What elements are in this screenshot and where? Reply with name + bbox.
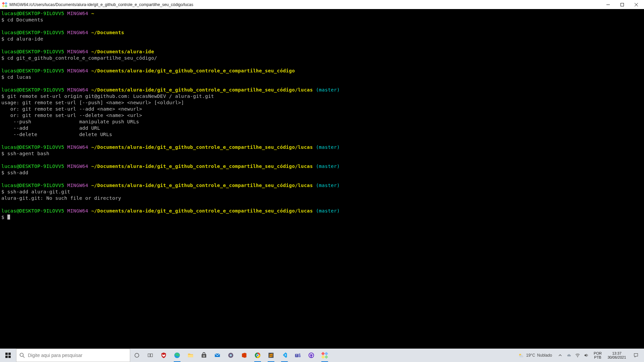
mail-app[interactable] bbox=[211, 349, 224, 362]
blank-line bbox=[1, 138, 643, 144]
svg-point-37 bbox=[577, 357, 578, 357]
svg-rect-1 bbox=[5, 2, 7, 5]
teams-app[interactable]: T bbox=[291, 349, 305, 362]
svg-rect-6 bbox=[8, 353, 11, 355]
svg-rect-26 bbox=[269, 353, 274, 358]
system-tray: 19°C Nublado POR PTB 13:37 30/06/2021 bbox=[515, 349, 644, 362]
gitbash-app[interactable] bbox=[318, 349, 331, 362]
svg-rect-14 bbox=[188, 355, 193, 357]
gitbash-icon bbox=[321, 352, 328, 359]
github-icon bbox=[308, 352, 315, 359]
svg-rect-8 bbox=[8, 356, 11, 358]
svg-rect-34 bbox=[321, 355, 325, 359]
mcafee-app[interactable] bbox=[157, 349, 170, 362]
svg-text:T: T bbox=[296, 354, 298, 357]
tray-volume-icon[interactable] bbox=[582, 349, 590, 362]
weather-temp: 19°C bbox=[526, 353, 535, 358]
search-icon bbox=[16, 353, 28, 358]
cortana-app[interactable] bbox=[130, 349, 144, 362]
tray-onedrive-icon[interactable] bbox=[565, 349, 573, 362]
weather-widget[interactable]: 19°C Nublado bbox=[515, 352, 555, 358]
svg-rect-3 bbox=[5, 4, 7, 7]
close-button[interactable] bbox=[629, 0, 643, 9]
svg-point-9 bbox=[20, 353, 23, 357]
tray-notifications-icon[interactable] bbox=[629, 353, 643, 358]
blank-line bbox=[1, 157, 643, 163]
teams-icon: T bbox=[294, 352, 301, 359]
taskbar-search[interactable]: Digite aqui para pesquisar bbox=[16, 349, 130, 362]
edge-app[interactable] bbox=[170, 349, 184, 362]
svg-point-29 bbox=[299, 353, 301, 355]
lang-bottom: PTB bbox=[591, 355, 604, 359]
output-line: usage: git remote set-url [--push] <name… bbox=[1, 100, 643, 106]
sublime-icon bbox=[268, 352, 274, 359]
svg-rect-2 bbox=[2, 4, 5, 7]
explorer-app[interactable] bbox=[184, 349, 197, 362]
svg-rect-30 bbox=[299, 355, 301, 357]
prompt-line: lucas@DESKTOP-9ILOVV5 MINGW64 ~/Document… bbox=[1, 182, 643, 189]
maximize-button[interactable] bbox=[615, 0, 629, 9]
svg-rect-19 bbox=[204, 356, 205, 357]
taskview-app[interactable] bbox=[144, 349, 157, 362]
store-icon bbox=[201, 352, 207, 359]
lang-top: POR bbox=[591, 351, 604, 355]
svg-point-10 bbox=[135, 353, 139, 357]
output-line: alura-git.git: No such file or directory bbox=[1, 195, 643, 201]
chrome-app[interactable] bbox=[251, 349, 264, 362]
browser-app[interactable] bbox=[224, 349, 237, 362]
svg-rect-17 bbox=[204, 355, 205, 356]
minimize-button[interactable] bbox=[601, 0, 615, 9]
svg-point-31 bbox=[309, 353, 314, 358]
prompt-line: lucas@DESKTOP-9ILOVV5 MINGW64 ~/Document… bbox=[1, 49, 643, 55]
svg-rect-33 bbox=[325, 352, 328, 355]
tray-language[interactable]: POR PTB bbox=[591, 351, 604, 359]
svg-rect-11 bbox=[148, 354, 150, 357]
store-app[interactable] bbox=[197, 349, 211, 362]
tray-clock[interactable]: 13:37 30/06/2021 bbox=[605, 351, 629, 359]
mail-icon bbox=[214, 352, 221, 359]
sublime-app[interactable] bbox=[264, 349, 278, 362]
svg-rect-0 bbox=[2, 2, 5, 5]
svg-point-25 bbox=[257, 355, 259, 356]
taskbar-apps: T bbox=[130, 349, 331, 362]
blank-line bbox=[1, 201, 643, 208]
svg-rect-12 bbox=[151, 354, 153, 357]
weather-cond: Nublado bbox=[537, 353, 552, 358]
github-app[interactable] bbox=[305, 349, 318, 362]
svg-rect-16 bbox=[203, 355, 204, 356]
tray-wifi-icon[interactable] bbox=[574, 349, 582, 362]
window-controls bbox=[601, 0, 643, 9]
blank-line bbox=[1, 80, 643, 87]
office-icon bbox=[241, 352, 248, 359]
cortana-icon bbox=[134, 352, 140, 358]
start-button[interactable] bbox=[0, 349, 16, 362]
chrome-icon bbox=[254, 352, 261, 359]
blank-line bbox=[1, 61, 643, 68]
command-line: $ cd alura-ide bbox=[1, 36, 643, 42]
vscode-app[interactable] bbox=[278, 349, 291, 362]
svg-point-22 bbox=[230, 354, 232, 357]
search-placeholder: Digite aqui para pesquisar bbox=[28, 353, 83, 358]
office-app[interactable] bbox=[237, 349, 251, 362]
explorer-icon bbox=[187, 352, 194, 359]
blank-line bbox=[1, 23, 643, 29]
output-line: --add add URL bbox=[1, 125, 643, 131]
prompt-line: lucas@DESKTOP-9ILOVV5 MINGW64 ~/Document… bbox=[1, 144, 643, 150]
output-line: or: git remote set-url --add <name> <new… bbox=[1, 106, 643, 112]
command-line: $ cd git_e_github_controle_e_compartilhe… bbox=[1, 55, 643, 61]
output-line: --delete delete URLs bbox=[1, 131, 643, 138]
command-line: $ cd Documents bbox=[1, 17, 643, 23]
cursor bbox=[7, 215, 10, 220]
tray-chevron-up-icon[interactable] bbox=[556, 349, 564, 362]
prompt-line: lucas@DESKTOP-9ILOVV5 MINGW64 ~/Document… bbox=[1, 87, 643, 93]
svg-rect-18 bbox=[203, 356, 204, 357]
blank-line bbox=[1, 42, 643, 49]
svg-rect-35 bbox=[325, 355, 328, 359]
window-title: MINGW64:/c/Users/lucas/Documents/alura-i… bbox=[9, 2, 601, 7]
svg-rect-5 bbox=[5, 353, 8, 355]
terminal[interactable]: lucas@DESKTOP-9ILOVV5 MINGW64 ~$ cd Docu… bbox=[0, 9, 644, 349]
weather-icon bbox=[518, 352, 524, 358]
clock-date: 30/06/2021 bbox=[605, 355, 629, 359]
edge-icon bbox=[174, 352, 180, 359]
command-line: $ ssh-agent bash bbox=[1, 150, 643, 157]
